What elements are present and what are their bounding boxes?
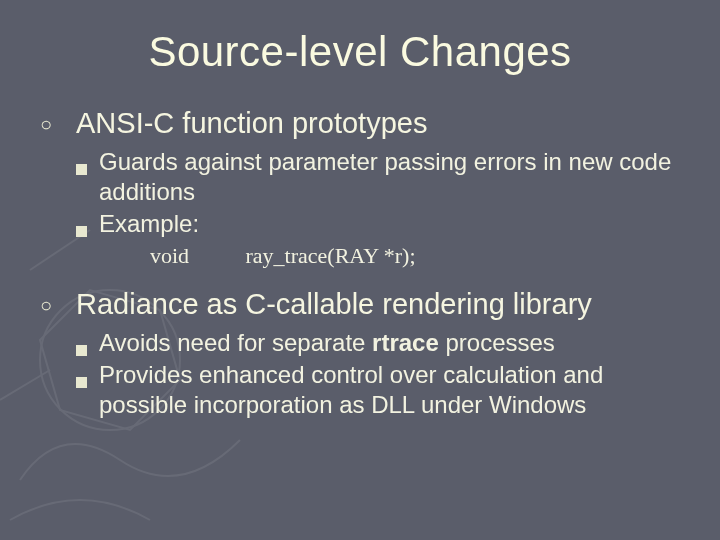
code-keyword: void [150, 243, 240, 269]
sub-item-text: Example: [99, 209, 199, 239]
main-list: ○ ANSI-C function prototypes Guards agai… [40, 106, 680, 420]
square-bullet-icon [76, 164, 87, 175]
code-example: void ray_trace(RAY *r); [150, 243, 680, 269]
list-item: ○ ANSI-C function prototypes Guards agai… [40, 106, 680, 269]
sub-item-text: Provides enhanced control over calculati… [99, 360, 680, 420]
square-bullet-icon [76, 345, 87, 356]
sub-list-item: Guards against parameter passing errors … [76, 147, 680, 207]
sub-list-item: Avoids need for separate rtrace processe… [76, 328, 680, 358]
sub-list-item: Example: [76, 209, 680, 239]
list-item-text: Radiance as C-callable rendering library [76, 287, 592, 322]
sub-item-text: Guards against parameter passing errors … [99, 147, 680, 207]
sub-list-item: Provides enhanced control over calculati… [76, 360, 680, 420]
sub-list: Guards against parameter passing errors … [76, 147, 680, 239]
list-item: ○ Radiance as C-callable rendering libra… [40, 287, 680, 420]
slide-title: Source-level Changes [40, 28, 680, 76]
code-call: ray_trace(RAY *r); [246, 243, 416, 268]
sub-item-text: Avoids need for separate rtrace processe… [99, 328, 555, 358]
square-bullet-icon [76, 377, 87, 388]
list-item-text: ANSI-C function prototypes [76, 106, 427, 141]
slide: Source-level Changes ○ ANSI-C function p… [0, 0, 720, 540]
square-bullet-icon [76, 226, 87, 237]
circle-bullet-icon: ○ [40, 114, 58, 134]
circle-bullet-icon: ○ [40, 295, 58, 315]
sub-list: Avoids need for separate rtrace processe… [76, 328, 680, 420]
